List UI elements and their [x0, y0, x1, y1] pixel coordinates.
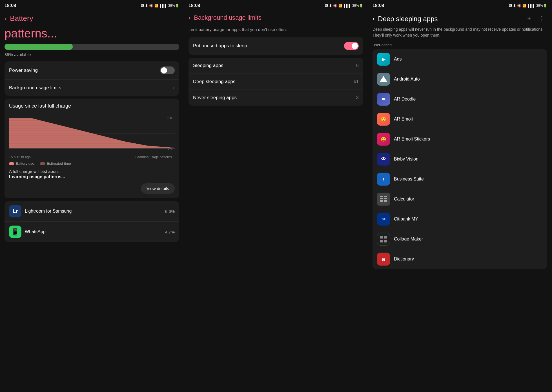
panel-deep-sleeping: 18:08 🖼 ✱ 🔇 📶 ▌▌▌ 39%🔋 ‹ Deep sleeping a… — [368, 0, 552, 392]
deep-sleep-apps-card: ▶ Ads Android Auto ✏ AR Doodle 😊 AR Emoj… — [373, 49, 547, 269]
legend-label-estimated: Estimated time — [47, 161, 71, 166]
power-saving-item[interactable]: Power saving — [5, 61, 179, 80]
battery-available-text: 39% available — [5, 52, 179, 57]
status-icon-wifi-2: 📶 — [338, 4, 343, 8]
chart-right-label: Learning usage patterns... — [136, 155, 175, 159]
view-details-button[interactable]: View details — [141, 183, 175, 194]
back-button-2[interactable]: ‹ — [189, 14, 190, 21]
app-item-whatsapp[interactable]: 📱 WhatsApp 4.7% — [5, 222, 179, 242]
power-saving-toggle[interactable] — [160, 66, 175, 74]
sleeping-apps-item[interactable]: Sleeping apps 6 — [189, 58, 363, 74]
status-icon-signal-3: ▌▌▌ — [528, 4, 535, 8]
whatsapp-percent: 4.7% — [165, 230, 175, 234]
business-suite-name: Business Suite — [394, 177, 424, 182]
lightroom-percent: 6.6% — [165, 209, 175, 214]
status-time-3: 18:08 — [373, 3, 384, 8]
citibank-icon: citi — [377, 213, 390, 226]
status-time-1: 18:08 — [5, 3, 16, 8]
app-item-bixby-vision[interactable]: 👁 Bixby Vision — [373, 149, 547, 169]
user-added-label: User-added — [368, 42, 552, 49]
whatsapp-icon: 📱 — [9, 226, 21, 238]
deep-sleeping-apps-item[interactable]: Deep sleeping apps 61 — [189, 74, 363, 90]
app-item-dictionary[interactable]: a Dictionary — [373, 249, 547, 269]
android-auto-name: Android Auto — [394, 77, 420, 82]
status-icons-2: 🖼 ✱ 🔇 📶 ▌▌▌ 39%🔋 — [325, 4, 363, 8]
svg-rect-14 — [384, 236, 387, 239]
app-item-ar-doodle[interactable]: ✏ AR Doodle — [373, 89, 547, 109]
status-icon-mute-2: 🔇 — [333, 4, 337, 8]
sleep-list-card: Sleeping apps 6 Deep sleeping apps 61 Ne… — [189, 58, 363, 106]
app-item-lightroom[interactable]: Lr Lightroom for Samsung 6.6% — [5, 201, 179, 222]
ar-emoji-name: AR Emoji — [394, 117, 413, 122]
app-item-ar-emoji[interactable]: 😊 AR Emoji — [373, 109, 547, 129]
status-icons-3: 🖼 ✱ 🔇 📶 ▌▌▌ 39%🔋 — [509, 4, 547, 8]
usage-title: Usage since last full charge — [9, 103, 175, 109]
panel1-content: patterns... 39% available Power saving B… — [0, 26, 184, 392]
status-icon-mute-3: 🔇 — [517, 4, 521, 8]
legend-estimated-time: Estimated time — [40, 161, 71, 166]
nav-header-1: ‹ Battery — [0, 11, 184, 26]
power-saving-label: Power saving — [9, 68, 38, 73]
back-button-1[interactable]: ‹ — [5, 15, 6, 22]
learning-text: Learning usage patterns... — [9, 174, 175, 179]
back-button-3[interactable]: ‹ — [373, 15, 374, 23]
page-title-1: Battery — [10, 14, 33, 23]
app-item-ads[interactable]: ▶ Ads — [373, 49, 547, 69]
more-options-button[interactable]: ⋮ — [537, 14, 547, 24]
app-item-business-suite[interactable]: › Business Suite — [373, 169, 547, 189]
never-sleeping-apps-label: Never sleeping apps — [193, 95, 237, 101]
battery-progress-bar — [5, 44, 179, 50]
status-bar-3: 18:08 🖼 ✱ 🔇 📶 ▌▌▌ 39%🔋 — [368, 0, 552, 11]
svg-rect-8 — [384, 196, 387, 197]
panel2-content: Limit battery usage for apps that you do… — [184, 24, 368, 106]
status-icon-gallery-2: 🖼 — [325, 4, 328, 8]
ar-emoji-stickers-icon: 😄 — [377, 133, 390, 146]
toggle-knob-2 — [352, 43, 358, 49]
legend-dot-estimated — [40, 162, 45, 165]
nav-header-3: ‹ Deep sleeping apps + ⋮ — [368, 11, 552, 26]
status-icon-bt: ✱ — [145, 4, 148, 8]
bixby-vision-icon: 👁 — [377, 153, 390, 166]
dictionary-icon: a — [377, 253, 390, 266]
status-icon-mute: 🔇 — [149, 4, 153, 8]
status-battery-2: 39%🔋 — [352, 4, 363, 8]
toggle-knob — [161, 67, 167, 74]
svg-rect-7 — [380, 196, 383, 197]
deep-sleep-description: Deep sleeping apps will never run in the… — [368, 26, 552, 42]
status-battery-3: 39%🔋 — [536, 4, 547, 8]
never-sleeping-apps-count: 3 — [356, 95, 359, 100]
app-item-calculator[interactable]: Calculator — [373, 189, 547, 209]
sleeping-apps-label: Sleeping apps — [193, 63, 223, 68]
app-item-ar-emoji-stickers[interactable]: 😄 AR Emoji Stickers — [373, 129, 547, 149]
svg-rect-12 — [384, 200, 387, 202]
status-icons-1: 🖼 ✱ 🔇 📶 ▌▌▌ 39%🔋 — [141, 4, 179, 8]
full-charge-text: A full charge will last about — [9, 169, 175, 174]
app-item-collage-maker[interactable]: Collage Maker — [373, 229, 547, 249]
settings-card-1: Power saving Background usage limits › — [5, 61, 179, 96]
citibank-name: Citibank MY — [394, 217, 418, 222]
never-sleeping-apps-item[interactable]: Never sleeping apps 3 — [189, 90, 363, 106]
chart-svg: 100 0% — [9, 113, 175, 153]
dictionary-name: Dictionary — [394, 257, 414, 262]
svg-text:100: 100 — [167, 116, 172, 120]
chart-left-label: 15 h 15 m ago — [9, 155, 31, 159]
svg-rect-9 — [380, 198, 383, 199]
background-usage-item[interactable]: Background usage limits › — [5, 80, 179, 96]
calculator-icon — [377, 193, 390, 206]
put-unused-to-sleep-toggle[interactable] — [344, 42, 359, 50]
svg-rect-13 — [380, 236, 383, 239]
ads-name: Ads — [394, 57, 402, 62]
panel-battery: 18:08 🖼 ✱ 🔇 📶 ▌▌▌ 39%🔋 ‹ Battery pattern… — [0, 0, 184, 392]
add-app-button[interactable]: + — [525, 14, 533, 24]
put-unused-to-sleep-label: Put unused apps to sleep — [193, 43, 247, 49]
deep-sleeping-apps-label: Deep sleeping apps — [193, 79, 235, 84]
nav-header-2: ‹ Background usage limits — [184, 11, 368, 24]
put-unused-to-sleep-item[interactable]: Put unused apps to sleep — [189, 37, 363, 55]
chart-legend: Battery use Estimated time — [9, 161, 175, 166]
usage-section: Usage since last full charge 100 0% — [5, 99, 179, 198]
deep-sleeping-apps-count: 61 — [354, 79, 359, 84]
status-icon-wifi-3: 📶 — [522, 4, 527, 8]
app-item-android-auto[interactable]: Android Auto — [373, 69, 547, 89]
status-icon-bt-2: ✱ — [329, 4, 332, 8]
app-item-citibank[interactable]: citi Citibank MY — [373, 209, 547, 229]
